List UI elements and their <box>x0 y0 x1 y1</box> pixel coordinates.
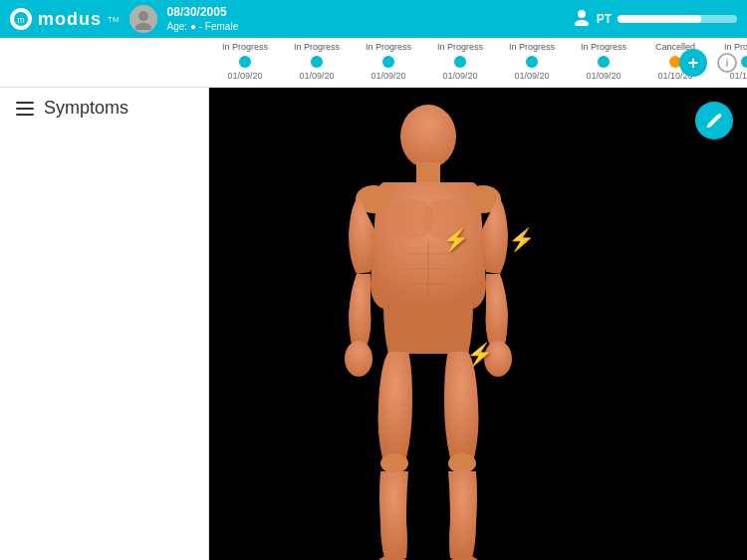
timeline-status-label-2: In Progress <box>366 42 411 52</box>
patient-dob: 08/30/2005 <box>167 5 239 21</box>
timeline-add-button[interactable]: + <box>679 49 707 77</box>
svg-point-11 <box>484 341 512 377</box>
logo-icon: m <box>10 8 32 30</box>
timeline-info-button[interactable]: i <box>717 53 737 73</box>
patient-age-gender: Age: ● - Female <box>167 20 239 33</box>
svg-point-17 <box>422 199 466 239</box>
timeline-inner: In Progress01/09/20In Progress01/09/20In… <box>0 42 747 81</box>
pt-progress-fill <box>618 15 701 23</box>
edit-button[interactable] <box>695 102 733 140</box>
avatar <box>129 5 157 33</box>
timeline-dot-4 <box>526 56 538 68</box>
logo-tm: TM <box>108 15 120 24</box>
svg-point-12 <box>380 453 408 473</box>
svg-point-2 <box>138 11 148 21</box>
timeline-dot-3 <box>454 56 466 68</box>
timeline-date-1: 01/09/20 <box>299 71 334 81</box>
timeline-date-3: 01/09/20 <box>442 71 477 81</box>
svg-text:m: m <box>17 15 25 25</box>
svg-point-6 <box>400 105 456 168</box>
timeline-date-7: 01/10/20 <box>729 71 747 81</box>
logo-area: m modusTM <box>10 8 120 30</box>
timeline-date-5: 01/09/20 <box>586 71 621 81</box>
logo-text: modus <box>38 9 102 30</box>
timeline-status-label-1: In Progress <box>294 42 340 52</box>
pt-icon <box>573 8 591 30</box>
timeline-item-0[interactable]: In Progress01/09/20 <box>209 42 281 81</box>
timeline-item-5[interactable]: In Progress01/09/20 <box>568 42 639 81</box>
timeline-date-0: 01/09/20 <box>227 71 262 81</box>
svg-point-5 <box>575 20 589 26</box>
hamburger-menu[interactable] <box>16 102 34 116</box>
timeline-status-label-4: In Progress <box>509 42 555 52</box>
timeline-row: In Progress01/09/20In Progress01/09/20In… <box>0 38 747 88</box>
timeline-item-2[interactable]: In Progress01/09/20 <box>353 42 424 81</box>
timeline-dot-5 <box>598 56 610 68</box>
timeline-item-3[interactable]: In Progress01/09/20 <box>424 42 496 81</box>
sidebar-title: Symptoms <box>44 98 128 119</box>
svg-point-3 <box>135 23 151 30</box>
timeline-date-2: 01/09/20 <box>371 71 405 81</box>
sidebar-header: Symptoms <box>0 88 208 129</box>
svg-point-4 <box>578 10 586 18</box>
sidebar: Symptoms <box>0 88 209 560</box>
timeline-date-4: 01/09/20 <box>514 71 549 81</box>
app-header: m modusTM 08/30/2005 Age: ● - Female PT <box>0 0 747 38</box>
timeline-status-label-5: In Progress <box>581 42 626 52</box>
timeline-dot-2 <box>382 56 394 68</box>
pt-label: PT <box>597 12 612 26</box>
timeline-item-1[interactable]: In Progress01/09/20 <box>281 42 353 81</box>
pt-section: PT <box>573 8 737 30</box>
content-area: Symptoms <box>0 88 747 560</box>
pt-progress-bar <box>618 15 737 23</box>
timeline-dot-0 <box>239 56 251 68</box>
main-area: ⚡ ⚡ ⚡ <box>209 88 747 560</box>
svg-rect-7 <box>416 162 440 182</box>
timeline-status-label-7: In Progress <box>724 42 747 52</box>
timeline-dot-1 <box>311 56 323 68</box>
svg-point-10 <box>345 341 373 377</box>
body-figure-container: ⚡ ⚡ ⚡ <box>329 105 627 543</box>
body-diagram: ⚡ ⚡ ⚡ <box>209 88 747 560</box>
svg-point-13 <box>448 453 476 473</box>
timeline-dot-7 <box>741 56 747 68</box>
timeline-status-label-3: In Progress <box>437 42 483 52</box>
patient-info: 08/30/2005 Age: ● - Female <box>167 5 239 34</box>
timeline-status-label-0: In Progress <box>222 42 268 52</box>
timeline-item-4[interactable]: In Progress01/09/20 <box>496 42 568 81</box>
